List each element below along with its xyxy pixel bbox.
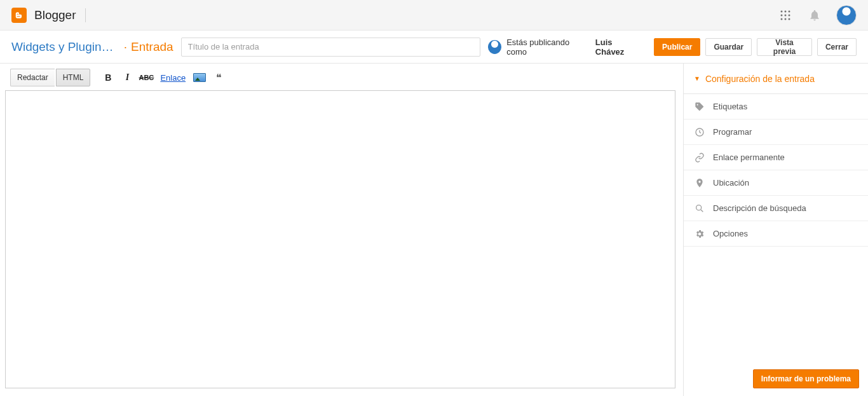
main-area: Redactar HTML B I ABC Enlace ❝ ▼ Configu… bbox=[0, 64, 868, 396]
post-body-editor[interactable] bbox=[5, 90, 675, 388]
close-button[interactable]: Cerrar bbox=[817, 38, 857, 56]
editor-column: Redactar HTML B I ABC Enlace ❝ bbox=[0, 64, 684, 396]
topbar: Blogger bbox=[0, 0, 868, 31]
page-header: Widgets y Plugins ... · Entrada Estás pu… bbox=[0, 31, 868, 64]
sidebar-item-schedule[interactable]: Programar bbox=[684, 119, 868, 145]
sidebar-item-permalink[interactable]: Enlace permanente bbox=[684, 145, 868, 170]
image-icon bbox=[193, 73, 206, 82]
svg-point-8 bbox=[789, 18, 790, 20]
breadcrumb-separator: · bbox=[124, 40, 127, 54]
sidebar-header[interactable]: ▼ Configuración de la entrada bbox=[684, 64, 868, 94]
sidebar-item-label: Opciones bbox=[713, 229, 748, 238]
sidebar-item-search-description[interactable]: Descripción de búsqueda bbox=[684, 196, 868, 221]
strikethrough-icon: ABC bbox=[139, 74, 154, 81]
svg-point-0 bbox=[781, 10, 783, 12]
posting-as-text: Estás publicando como bbox=[506, 38, 590, 57]
posting-as-label: Estás publicando como Luis Chávez bbox=[488, 38, 642, 57]
sidebar-item-labels[interactable]: Etiquetas bbox=[684, 94, 868, 119]
user-avatar[interactable] bbox=[836, 5, 857, 25]
sidebar-item-label: Programar bbox=[713, 127, 752, 137]
report-problem-button[interactable]: Informar de un problema bbox=[753, 369, 859, 388]
svg-point-4 bbox=[785, 14, 787, 16]
svg-point-2 bbox=[789, 10, 790, 12]
svg-point-7 bbox=[785, 18, 787, 20]
sidebar-item-options[interactable]: Opciones bbox=[684, 221, 868, 247]
preview-button[interactable]: Vista previa bbox=[757, 38, 812, 56]
italic-icon: I bbox=[126, 72, 129, 83]
post-title-input[interactable] bbox=[181, 38, 480, 57]
link-icon bbox=[694, 152, 705, 163]
action-buttons: Publicar Guardar Vista previa Cerrar bbox=[654, 38, 857, 56]
blogger-logo-icon[interactable] bbox=[11, 8, 27, 23]
sidebar-item-label: Descripción de búsqueda bbox=[713, 203, 806, 213]
svg-point-1 bbox=[785, 10, 787, 12]
strikethrough-button[interactable]: ABC bbox=[137, 69, 155, 86]
apps-grid-icon[interactable] bbox=[776, 6, 794, 24]
collapse-arrow-icon: ▼ bbox=[694, 75, 700, 82]
save-button[interactable]: Guardar bbox=[705, 38, 752, 56]
username-label: Luis Chávez bbox=[595, 38, 642, 57]
post-settings-sidebar: ▼ Configuración de la entrada Etiquetas … bbox=[684, 64, 868, 396]
italic-button[interactable]: I bbox=[118, 69, 136, 86]
brand-label: Blogger bbox=[34, 8, 76, 22]
quote-button[interactable]: ❝ bbox=[210, 69, 227, 86]
vertical-divider bbox=[85, 8, 86, 22]
clock-icon bbox=[694, 126, 705, 138]
search-icon bbox=[694, 203, 705, 214]
svg-point-6 bbox=[781, 18, 783, 20]
tag-icon bbox=[694, 101, 705, 113]
page-title: Entrada bbox=[131, 40, 173, 54]
sidebar-item-label: Etiquetas bbox=[713, 102, 747, 111]
editor-toolbar: Redactar HTML B I ABC Enlace ❝ bbox=[5, 67, 675, 90]
user-avatar-small bbox=[488, 40, 502, 54]
link-button[interactable]: Enlace bbox=[156, 73, 189, 83]
sidebar-item-location[interactable]: Ubicación bbox=[684, 170, 868, 196]
bold-button[interactable]: B bbox=[99, 69, 117, 86]
location-pin-icon bbox=[694, 177, 705, 189]
svg-point-10 bbox=[696, 205, 702, 210]
bold-icon: B bbox=[105, 72, 111, 83]
compose-mode-button[interactable]: Redactar bbox=[10, 69, 55, 86]
sidebar-item-label: Enlace permanente bbox=[713, 153, 785, 162]
image-button[interactable] bbox=[191, 69, 208, 86]
sidebar-item-label: Ubicación bbox=[713, 178, 749, 188]
svg-point-5 bbox=[789, 14, 790, 16]
html-mode-button[interactable]: HTML bbox=[56, 69, 91, 86]
blog-name-link[interactable]: Widgets y Plugins ... bbox=[11, 40, 119, 54]
gear-icon bbox=[694, 228, 705, 240]
publish-button[interactable]: Publicar bbox=[654, 38, 700, 56]
sidebar-header-label: Configuración de la entrada bbox=[705, 74, 815, 84]
quote-icon: ❝ bbox=[216, 72, 222, 84]
svg-point-3 bbox=[781, 14, 783, 16]
notifications-bell-icon[interactable] bbox=[806, 6, 824, 24]
